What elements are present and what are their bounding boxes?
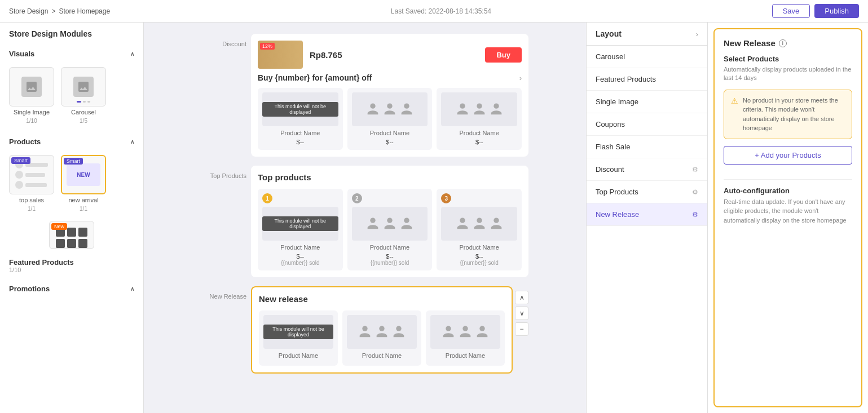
products-modules-grid: Smart top sales 1/1 Smart NEW	[0, 150, 143, 221]
visuals-modules-grid: Single Image 1/10 Carousel 1/5	[0, 63, 143, 133]
rank-badge-1: 1	[262, 193, 272, 203]
top-product-2: 2 Product Name $-- {{number}} sold	[347, 189, 433, 270]
carousel-icon	[73, 77, 94, 97]
top-pname-3: Product Name	[441, 244, 517, 251]
visuals-chevron: ∧	[130, 51, 134, 57]
sidebar: Store Design Modules Visuals ∧ Single Im…	[0, 23, 144, 413]
select-products-label: Select Products	[724, 55, 852, 63]
top-sales-count: 1/1	[28, 206, 36, 212]
promotions-section-header[interactable]: Promotions ∧	[0, 280, 143, 297]
new-release-product-2: Product Name	[342, 310, 421, 366]
top-product-3: 3 Product Name $-- {{number}} sold	[437, 189, 522, 270]
visuals-section-header[interactable]: Visuals ∧	[0, 45, 143, 63]
top-products-settings-icon[interactable]: ⚙	[692, 188, 698, 196]
layout-item-flash-sale[interactable]: Flash Sale	[587, 136, 707, 158]
product-img-3	[441, 92, 517, 126]
canvas-inner: Discount 12% Rp8.765 Buy Buy {number	[201, 34, 528, 383]
config-panel: New Release i Select Products Automatica…	[707, 23, 868, 413]
layout-item-top-products[interactable]: Top Products ⚙	[587, 181, 707, 203]
product-name-3: Product Name	[441, 130, 517, 136]
discount-image: 12%	[258, 41, 303, 69]
config-title-text: New Release	[724, 38, 776, 48]
module-top-sales[interactable]: Smart top sales 1/1	[9, 155, 54, 212]
top-products-row-label: Top Products	[201, 166, 246, 179]
new-release-products-row: This module will not be displayed Produc…	[259, 310, 505, 366]
buy-button[interactable]: Buy	[485, 47, 522, 63]
grid-module-container: New	[0, 221, 143, 254]
single-image-box	[9, 67, 54, 106]
will-not-display-1: This module will not be displayed	[262, 102, 338, 117]
will-not-display-nr: This module will not be displayed	[263, 325, 333, 339]
nr-product-img-2	[347, 315, 417, 349]
save-button[interactable]: Save	[772, 4, 810, 18]
svg-point-8	[494, 104, 499, 109]
grid-box: New	[49, 221, 94, 249]
move-down-button[interactable]: ∨	[515, 307, 528, 320]
canvas-controls: ∧ ∨ −	[515, 291, 528, 336]
breadcrumb-home[interactable]: Store Design	[9, 7, 48, 15]
carousel-count: 1/5	[80, 118, 87, 124]
layout-title: Layout	[596, 29, 622, 38]
move-up-button[interactable]: ∧	[515, 291, 528, 304]
layout-item-carousel[interactable]: Carousel	[587, 46, 707, 68]
new-arrival-count: 1/1	[80, 206, 87, 212]
breadcrumb-current: Store Homepage	[59, 7, 110, 15]
top-sold-2: {{number}} sold	[352, 260, 428, 266]
layout-header: Layout ›	[587, 23, 707, 46]
top-products-grid: 1 This module will not be displayed Prod…	[258, 189, 522, 270]
layout-item-coupons[interactable]: Coupons	[587, 113, 707, 136]
top-products-title: Top products	[258, 172, 522, 182]
layout-item-discount[interactable]: Discount ⚙	[587, 158, 707, 181]
topbar: Store Design > Store Homepage Last Saved…	[0, 0, 868, 23]
layout-featured-label: Featured Products	[596, 75, 656, 83]
products-section-header[interactable]: Products ∧	[0, 133, 143, 150]
top-pname-1: Product Name	[262, 244, 338, 251]
warning-box: ⚠ No product in your store meets the cri…	[724, 90, 852, 139]
discount-module-content: 12% Rp8.765 Buy Buy {number} for {amount…	[251, 34, 528, 157]
module-new-arrival[interactable]: Smart NEW new arrival 1/1	[61, 155, 106, 212]
layout-coupons-label: Coupons	[596, 120, 625, 128]
breadcrumb-sep: >	[51, 7, 55, 15]
publish-button[interactable]: Publish	[814, 4, 859, 18]
buy-offer: Buy {number} for {amount} off ›	[258, 73, 522, 82]
new-label: NEW	[67, 163, 100, 186]
new-release-settings-icon[interactable]: ⚙	[692, 211, 698, 219]
top-sales-label: top sales	[19, 197, 44, 203]
layout-flash-sale-label: Flash Sale	[596, 143, 630, 151]
svg-point-26	[479, 326, 484, 331]
nr-pname-1: Product Name	[263, 352, 333, 359]
add-products-button[interactable]: + Add your Products	[724, 146, 852, 165]
carousel-label: Carousel	[71, 109, 96, 116]
module-carousel[interactable]: Carousel 1/5	[61, 67, 106, 124]
nr-pname-2: Product Name	[347, 352, 417, 359]
svg-point-17	[494, 218, 499, 223]
product-img-1: This module will not be displayed	[262, 92, 338, 126]
svg-point-21	[362, 326, 367, 331]
layout-item-featured[interactable]: Featured Products	[587, 68, 707, 91]
top-products-module-row: Top Products Top products 1	[201, 166, 528, 277]
top-sold-3: {{number}} sold	[441, 260, 517, 266]
featured-products-container[interactable]: Featured Products 1/10	[0, 254, 143, 276]
nr-product-img-1: This module will not be displayed	[263, 315, 333, 349]
svg-point-15	[460, 218, 465, 223]
module-grid[interactable]: New	[9, 221, 134, 249]
top-product-1: 1 This module will not be displayed Prod…	[258, 189, 343, 270]
breadcrumb: Store Design > Store Homepage	[9, 7, 110, 15]
discount-products-row: This module will not be displayed Produc…	[258, 88, 522, 150]
layout-single-image-label: Single Image	[596, 97, 638, 106]
buy-offer-text: Buy {number} for {amount} off	[258, 73, 372, 82]
layout-item-single-image[interactable]: Single Image	[587, 91, 707, 113]
module-single-image[interactable]: Single Image 1/10	[9, 67, 54, 124]
layout-new-release-label: New Release	[596, 210, 639, 219]
discount-card: 12% Rp8.765 Buy Buy {number} for {amount…	[251, 34, 528, 157]
discount-settings-icon[interactable]: ⚙	[692, 166, 698, 174]
remove-button[interactable]: −	[515, 322, 528, 336]
layout-chevron: ›	[696, 30, 698, 38]
discount-product-3: Product Name $--	[437, 88, 522, 150]
product-name-1: Product Name	[262, 130, 338, 136]
svg-point-14	[404, 218, 409, 223]
layout-item-new-release[interactable]: New Release ⚙	[587, 203, 707, 226]
config-inner: New Release i Select Products Automatica…	[713, 28, 862, 407]
nr-product-img-3	[430, 315, 500, 349]
top-sold-1: {{number}} sold	[262, 260, 338, 266]
